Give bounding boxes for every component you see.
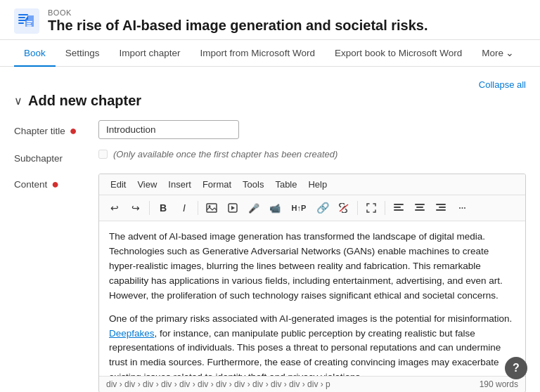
menu-edit[interactable]: Edit [105,177,131,192]
header-text: BOOK The rise of AI-based image generati… [48,8,428,34]
subchapter-row: Subchapter (Only available once the firs… [14,149,526,164]
nav-tabs: Book Settings Import chapter Import from… [0,40,540,67]
svg-rect-13 [394,207,401,208]
tab-import-word[interactable]: Import from Microsoft Word [191,41,325,67]
tab-import-chapter[interactable]: Import chapter [110,41,191,67]
media-button[interactable] [223,199,243,217]
svg-rect-2 [18,17,25,18]
chapter-title-required-icon: ● [70,124,77,137]
book-title: The rise of AI-based image generation an… [48,17,428,34]
main-content: Collapse all ∨ Add new chapter Chapter t… [0,67,540,392]
menu-table[interactable]: Table [269,177,302,192]
undo-button[interactable]: ↩ [105,199,124,217]
chapter-title-label: Chapter title ● [14,120,98,137]
unlink-button[interactable] [334,199,354,217]
toolbar-sep-2 [198,201,198,215]
editor-body[interactable]: The advent of AI-based image generation … [99,221,525,376]
content-required-icon: ● [51,178,59,190]
toolbar-sep-4 [385,201,385,215]
menu-view[interactable]: View [131,177,162,192]
editor-container: Edit View Insert Format Tools Table Help… [98,174,526,392]
image-icon [206,203,217,213]
fullscreen-icon [366,203,376,213]
svg-rect-20 [436,209,446,211]
align-left-button[interactable] [389,199,409,217]
collapse-all-button[interactable]: Collapse all [479,79,526,90]
tab-settings[interactable]: Settings [56,41,110,67]
chevron-down-icon: ⌄ [506,47,514,58]
align-left-icon [394,204,404,212]
subchapter-note: (Only available once the first chapter h… [113,149,338,159]
svg-rect-19 [439,207,446,208]
tab-book[interactable]: Book [14,41,56,67]
app-logo [14,8,39,34]
menu-help[interactable]: Help [302,177,333,192]
menu-insert[interactable]: Insert [162,177,197,192]
svg-rect-7 [27,25,32,27]
chapter-title-row: Chapter title ● [14,120,526,139]
editor-paragraph-1: The advent of AI-based image generation … [109,230,515,303]
word-count: 190 words [480,379,518,389]
svg-rect-12 [394,204,404,205]
align-center-icon [415,204,425,212]
editor-paragraph-2: One of the primary risks associated with… [109,312,515,376]
unlink-icon [338,203,349,213]
help-button[interactable]: ? [505,357,527,379]
editor-footer: div › div › div › div › div › div › div … [99,376,525,392]
svg-rect-6 [27,23,31,25]
heading-button[interactable]: H↑P [286,199,311,217]
editor-toolbar: ↩ ↪ B I [99,195,525,221]
deepfakes-link[interactable]: Deepfakes [109,328,155,339]
book-label: BOOK [48,8,428,17]
section-title: Add new chapter [28,93,141,109]
align-center-button[interactable] [410,199,430,217]
bold-button[interactable]: B [153,199,173,217]
app-header: BOOK The rise of AI-based image generati… [0,0,540,40]
play-icon [228,203,238,213]
image-button[interactable] [202,199,221,217]
tab-export-word[interactable]: Export book to Microsoft Word [325,41,472,67]
editor-menubar: Edit View Insert Format Tools Table Help [99,174,525,195]
link-button[interactable]: 🔗 [313,199,333,217]
content-row: Content ● Edit View Insert Format Tools … [14,174,526,392]
italic-button[interactable]: I [174,199,194,217]
audio-button[interactable]: 🎤 [244,199,264,217]
chevron-collapse-icon[interactable]: ∨ [14,94,22,107]
svg-rect-14 [394,209,404,211]
fullscreen-button[interactable] [361,199,381,217]
section-header: ∨ Add new chapter [14,93,526,109]
svg-rect-16 [416,207,423,208]
align-right-button[interactable] [431,199,451,217]
svg-rect-4 [18,22,24,24]
tab-more[interactable]: More ⌄ [472,40,524,67]
content-label: Content ● [14,174,98,190]
svg-rect-8 [207,204,217,212]
svg-rect-17 [415,209,425,211]
chapter-title-input[interactable] [98,120,239,139]
subchapter-checkbox[interactable] [98,150,108,159]
redo-button[interactable]: ↪ [126,199,146,217]
video-button[interactable]: 📹 [265,199,285,217]
menu-format[interactable]: Format [197,177,237,192]
subchapter-field: (Only available once the first chapter h… [98,149,526,159]
editor-breadcrumb: div › div › div › div › div › div › div … [106,379,330,389]
svg-rect-5 [27,21,32,22]
svg-rect-1 [18,14,28,15]
svg-rect-15 [415,204,425,205]
subchapter-label: Subchapter [14,149,98,164]
chapter-title-field [98,120,526,139]
more-options-button[interactable]: ··· [452,199,472,217]
editor-wrapper: Edit View Insert Format Tools Table Help… [98,174,526,392]
more-label: More [482,48,503,58]
svg-rect-18 [436,204,446,205]
toolbar-sep-1 [149,201,150,215]
collapse-all-row: Collapse all [14,74,526,93]
menu-tools[interactable]: Tools [237,177,269,192]
align-right-icon [436,204,446,212]
toolbar-sep-3 [357,201,358,215]
